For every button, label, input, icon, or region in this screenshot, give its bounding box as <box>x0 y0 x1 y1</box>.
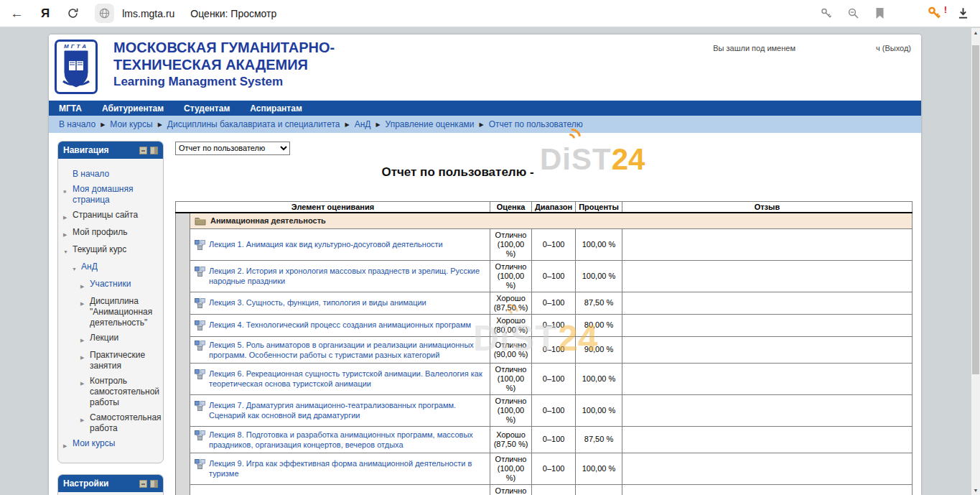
password-key-icon[interactable] <box>820 7 833 20</box>
chevron-right-icon[interactable]: ▶ <box>63 438 73 451</box>
grade-item-link[interactable]: Лекция 8. Подготовка и разработка анимац… <box>209 430 485 450</box>
url-text[interactable]: lms.mgta.ru <box>122 8 174 19</box>
chevron-right-icon[interactable]: ▶ <box>63 210 73 223</box>
password-alert-extension-icon[interactable]: ! <box>927 6 942 21</box>
sidebar-item[interactable]: ▶Участники <box>80 279 160 292</box>
grade-item-link[interactable]: Лекция 7. Драматургия анимационно-театра… <box>209 400 485 420</box>
grade-item-link[interactable]: Лекция 6. Рекреационная сущность туристс… <box>209 369 485 389</box>
lesson-icon <box>195 430 205 440</box>
feedback-cell <box>622 314 912 336</box>
mgta-logo[interactable]: МГТА <box>55 40 98 94</box>
grade-item-row: Лекция 7. Драматургия анимационно-театра… <box>176 394 913 426</box>
breadcrumb-item[interactable]: Мои курсы <box>110 119 152 129</box>
navbar-item[interactable]: Абитуриентам <box>102 103 164 114</box>
sidebar-item[interactable]: В начало <box>63 169 160 180</box>
range-cell: 0–100 <box>532 336 576 363</box>
grade-item-link[interactable]: Лекция 4. Технологический процесс создан… <box>209 320 471 330</box>
sidebar-item-label[interactable]: АнД <box>81 262 98 274</box>
chevron-right-icon[interactable]: ▶ <box>63 227 73 240</box>
breadcrumb-item[interactable]: Дисциплины бакалавриата и специалитета <box>167 119 340 129</box>
scroll-down-arrow-icon[interactable]: ▼ <box>971 486 980 495</box>
sidebar-item[interactable]: ▼АнД <box>72 262 160 274</box>
sidebar-item[interactable]: ▶Практические занятия <box>80 350 160 371</box>
sidebar-item[interactable]: ▶Страницы сайта <box>63 210 160 223</box>
sidebar-item-label[interactable]: Мои курсы <box>73 438 115 451</box>
navbar-item[interactable]: Студентам <box>184 103 230 114</box>
breadcrumb-item[interactable]: Отчет по пользователю <box>489 119 583 129</box>
block-collapse-icon[interactable] <box>139 147 147 154</box>
sidebar-item-label[interactable]: Моя домашняя страница <box>73 184 160 205</box>
back-icon[interactable]: ← <box>10 6 24 20</box>
range-cell: 0–100 <box>532 426 576 453</box>
scrollbar-thumb[interactable] <box>972 45 979 374</box>
yandex-browser-icon[interactable]: Я <box>41 6 50 21</box>
chevron-right-icon[interactable]: ▶ <box>80 350 90 371</box>
main-content: Отчет по пользователю Отчет по пользоват… <box>175 141 913 495</box>
downloads-icon[interactable] <box>956 6 970 20</box>
sidebar-item[interactable]: ▶Контроль самостоятельной работы <box>80 376 160 408</box>
feedback-cell <box>622 453 912 484</box>
breadcrumb-separator-icon: ▶ <box>101 121 105 128</box>
sidebar-item[interactable]: ▶Дисциплина "Анимационная деятельность" <box>80 296 160 328</box>
grade-cell: Отлично(100,00 %) <box>490 363 532 394</box>
navbar-item[interactable]: МГТА <box>59 103 82 114</box>
percent-cell: 90,00 % <box>576 336 622 363</box>
grade-item-row: Лекция 9. Игра как эффективная форма ани… <box>176 453 913 484</box>
grade-item-row: Лекция 4. Технологический процесс создан… <box>176 314 913 336</box>
sidebar-item[interactable]: ▶Самостоятельная работа <box>80 412 160 434</box>
sidebar-item[interactable]: ▶Лекции <box>80 333 160 346</box>
breadcrumb-item[interactable]: АнД <box>355 119 371 129</box>
block-dock-icon[interactable] <box>150 480 158 488</box>
zoom-search-icon[interactable] <box>847 7 860 20</box>
grade-item-row: Лекция 2. История и хронология массовых … <box>176 260 913 292</box>
sidebar-item-label[interactable]: В начало <box>73 169 109 180</box>
report-type-select[interactable]: Отчет по пользователю <box>175 142 290 155</box>
grade-item-link[interactable]: Лекция 3. Сущность, функция, типология и… <box>209 297 426 307</box>
grade-cell: Хорошо(80,00 %) <box>490 314 532 336</box>
academy-name-line2: ТЕХНИЧЕСКАЯ АКАДЕМИЯ <box>113 56 335 73</box>
range-cell: 0–100 <box>532 453 576 484</box>
refresh-icon[interactable] <box>67 7 79 19</box>
sidebar-item[interactable]: ▼Текущий курс <box>63 244 160 257</box>
chevron-right-icon[interactable]: ▶ <box>80 279 90 292</box>
lesson-icon <box>195 400 205 411</box>
sidebar-item-label[interactable]: Участники <box>90 279 131 292</box>
breadcrumb-item[interactable]: Управление оценками <box>386 119 475 129</box>
feedback-cell <box>622 426 912 453</box>
percent-cell: 80,00 % <box>576 314 622 336</box>
bookmark-icon[interactable] <box>874 7 885 19</box>
grade-cell: Хорошо(87,50 %) <box>490 426 532 453</box>
chevron-right-icon[interactable]: ▶ <box>80 376 90 408</box>
mgta-crest-icon <box>60 50 92 90</box>
chevron-down-icon[interactable]: ▼ <box>72 262 81 274</box>
sidebar-item[interactable]: ▶Мои курсы <box>63 438 160 451</box>
breadcrumb-separator-icon: ▶ <box>480 121 484 128</box>
scroll-up-arrow-icon[interactable]: ▲ <box>971 28 980 37</box>
grade-item-link[interactable]: Лекция 9. Игра как эффективная форма ани… <box>209 458 485 478</box>
sidebar-item[interactable]: ■Моя домашняя страница <box>63 184 160 205</box>
site-globe-icon[interactable] <box>95 4 114 23</box>
grade-cell: Хорошо(87,50 %) <box>490 292 532 314</box>
grade-cell: Отлично(90,00 %) <box>490 336 532 363</box>
chevron-right-icon[interactable]: ▶ <box>80 333 90 346</box>
chevron-right-icon[interactable]: ▶ <box>80 412 90 434</box>
chevron-down-icon[interactable]: ▼ <box>63 244 73 257</box>
block-dock-icon[interactable] <box>150 147 158 154</box>
sidebar-item[interactable]: ▶Мой профиль <box>63 227 160 240</box>
block-collapse-icon[interactable] <box>139 480 147 488</box>
vertical-scrollbar[interactable]: ▲ ▼ <box>971 28 980 495</box>
chevron-right-icon[interactable]: ▶ <box>80 296 90 328</box>
sidebar-item-label: Контроль самостоятельной работы <box>90 376 160 408</box>
logout-link[interactable]: ч (Выход) <box>876 44 911 52</box>
lesson-icon <box>195 320 205 330</box>
grade-item-link[interactable]: Лекция 1. Анимация как вид культурно-дос… <box>209 239 443 249</box>
academy-name-line1: МОСКОВСКАЯ ГУМАНИТАРНО- <box>113 39 335 56</box>
range-cell: 0–100 <box>532 292 576 314</box>
navbar-item[interactable]: Аспирантам <box>250 103 302 114</box>
grade-cell: Отлично(100,00 %) <box>490 484 532 495</box>
grade-item-link[interactable]: Лекция 5. Роль аниматоров в организации … <box>209 340 485 360</box>
grade-item-link[interactable]: Лекция 2. История и хронология массовых … <box>209 266 485 286</box>
percent-cell: 100,00 % <box>576 228 622 260</box>
breadcrumb-item[interactable]: В начало <box>59 119 95 129</box>
breadcrumb: В начало▶Мои курсы▶Дисциплины бакалавриа… <box>49 116 921 133</box>
